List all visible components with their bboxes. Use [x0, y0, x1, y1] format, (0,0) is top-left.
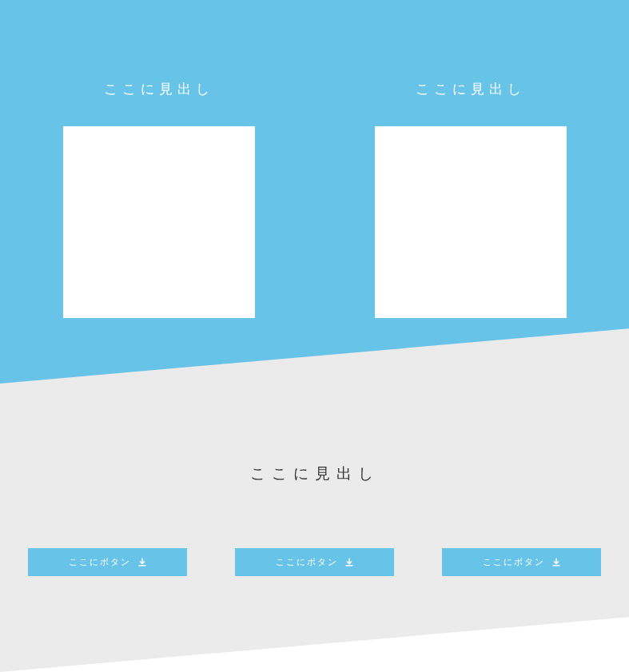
hero-content: ここに見出し ここに見出し — [0, 0, 629, 318]
button-label: ここにボタン — [483, 556, 545, 568]
download-button[interactable]: ここにボタン — [28, 548, 187, 576]
card-heading: ここに見出し — [104, 80, 214, 98]
section-heading: ここに見出し — [0, 463, 629, 484]
svg-rect-0 — [138, 565, 145, 567]
download-content: ここに見出し ここにボタン ここにボタン ここにボタン — [0, 384, 629, 576]
download-button[interactable]: ここにボタン — [235, 548, 394, 576]
download-icon — [137, 558, 147, 567]
card-heading: ここに見出し — [416, 80, 526, 98]
button-label: ここにボタン — [69, 556, 131, 568]
download-icon — [551, 558, 561, 567]
button-row: ここにボタン ここにボタン ここにボタン — [0, 548, 629, 576]
download-icon — [344, 558, 354, 567]
card-column: ここに見出し — [63, 80, 255, 318]
card-column: ここに見出し — [375, 80, 567, 318]
svg-rect-2 — [552, 565, 559, 567]
image-placeholder — [63, 126, 255, 318]
download-button[interactable]: ここにボタン — [442, 548, 601, 576]
button-label: ここにボタン — [276, 556, 338, 568]
image-placeholder — [375, 126, 567, 318]
download-section: ここに見出し ここにボタン ここにボタン ここにボタン — [0, 328, 629, 672]
svg-rect-1 — [345, 565, 352, 567]
